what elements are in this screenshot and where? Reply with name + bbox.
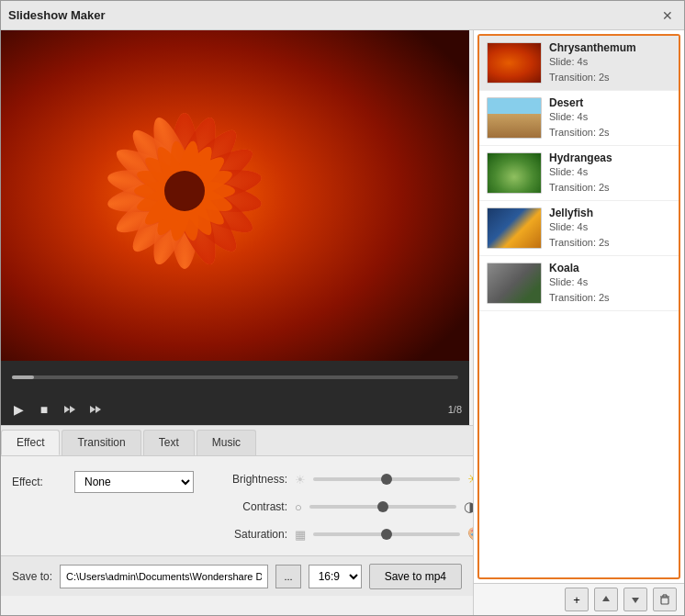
slide-item[interactable]: Desert Slide: 4s Transition: 2s	[479, 91, 679, 146]
progress-bar[interactable]	[12, 375, 458, 379]
add-slide-button[interactable]: +	[565, 588, 589, 611]
svg-point-31	[164, 171, 205, 211]
brightness-slider[interactable]	[313, 477, 460, 481]
stop-button[interactable]: ■	[34, 399, 54, 420]
slide-actions: +	[474, 583, 684, 615]
forward-button[interactable]	[85, 399, 106, 420]
video-area	[1, 30, 469, 361]
slide-thumbnail	[487, 97, 542, 139]
up-arrow-icon	[601, 594, 612, 605]
down-arrow-icon	[630, 594, 641, 605]
slide-transition: Transition: 2s	[549, 235, 671, 251]
contrast-slider[interactable]	[309, 505, 456, 509]
slide-name: Koala	[549, 262, 671, 274]
effect-section: Effect: None	[12, 469, 194, 498]
sliders-section: Brightness: ☀ ☀ 50 Contrast: ○ ◑	[221, 471, 516, 543]
brightness-label: Brightness:	[221, 473, 287, 486]
slide-duration: Slide: 4s	[549, 164, 671, 180]
slide-duration: Slide: 4s	[549, 219, 671, 235]
trash-icon	[659, 594, 670, 605]
main-window: Slideshow Maker ✕	[0, 0, 685, 616]
slide-name: Hydrangeas	[549, 151, 671, 164]
window-title: Slideshow Maker	[8, 8, 105, 22]
tab-text[interactable]: Text	[143, 430, 195, 455]
slide-transition: Transition: 2s	[549, 180, 671, 196]
video-preview	[1, 30, 469, 361]
tab-music[interactable]: Music	[197, 430, 256, 455]
contrast-label: Contrast:	[221, 500, 287, 513]
forward-icon	[88, 402, 103, 417]
slide-name: Jellyfish	[549, 207, 671, 219]
rewind-button[interactable]	[60, 399, 80, 420]
svg-rect-32	[661, 598, 668, 604]
saturation-slider[interactable]	[313, 532, 460, 536]
browse-button[interactable]: ...	[275, 565, 300, 588]
slide-item[interactable]: Jellyfish Slide: 4s Transition: 2s	[479, 201, 679, 256]
slide-transition: Transition: 2s	[549, 70, 671, 85]
title-bar: Slideshow Maker ✕	[1, 1, 684, 30]
effect-tab-content: Effect: None Brightness: ☀	[1, 456, 473, 555]
slide-duration: Slide: 4s	[549, 274, 671, 290]
save-mp4-button[interactable]: Save to mp4	[369, 564, 462, 589]
slide-name: Desert	[549, 96, 671, 109]
effect-label: Effect:	[12, 476, 67, 488]
slide-duration: Slide: 4s	[549, 109, 671, 125]
playback-controls	[1, 361, 469, 394]
slide-thumbnail	[487, 207, 542, 249]
brightness-icon-left: ☀	[295, 473, 306, 487]
close-button[interactable]: ✕	[658, 6, 677, 25]
save-to-label: Save to:	[12, 570, 52, 583]
slide-item[interactable]: Koala Slide: 4s Transition: 2s	[479, 256, 679, 311]
saturation-label: Saturation:	[221, 528, 287, 541]
slide-thumbnail	[487, 42, 542, 84]
rewind-icon	[62, 402, 77, 417]
slide-name: Chrysanthemum	[549, 41, 671, 54]
slide-info: Hydrangeas Slide: 4s Transition: 2s	[549, 151, 671, 195]
main-area: ▶ ■ 1/8 Effect Transition	[1, 30, 684, 615]
contrast-icon-left: ○	[295, 500, 302, 514]
slide-thumbnail	[487, 152, 542, 194]
slide-transition: Transition: 2s	[549, 125, 671, 140]
slide-list: Chrysanthemum Slide: 4s Transition: 2s D…	[477, 34, 680, 579]
slide-info: Chrysanthemum Slide: 4s Transition: 2s	[549, 41, 671, 84]
effect-select[interactable]: None	[74, 471, 194, 493]
effect-row: Effect: None	[12, 471, 194, 493]
tab-effect[interactable]: Effect	[1, 430, 60, 455]
slide-info: Jellyfish Slide: 4s Transition: 2s	[549, 207, 671, 250]
move-up-button[interactable]	[594, 588, 618, 611]
tabs-panel: Effect Transition Text Music Effect: Non…	[1, 425, 473, 555]
slide-info: Koala Slide: 4s Transition: 2s	[549, 262, 671, 305]
bottom-bar: Save to: ... 16:9 4:3 1:1 Save to mp4	[1, 555, 473, 596]
saturation-icon-left: ▦	[295, 528, 306, 542]
left-panel: ▶ ■ 1/8 Effect Transition	[1, 30, 473, 615]
slide-info: Desert Slide: 4s Transition: 2s	[549, 96, 671, 140]
contrast-row: Contrast: ○ ◑ 50	[221, 498, 516, 515]
slide-thumbnail	[487, 263, 542, 304]
time-counter: 1/8	[448, 404, 462, 415]
delete-slide-button[interactable]	[653, 588, 677, 611]
slide-item[interactable]: Chrysanthemum Slide: 4s Transition: 2s	[479, 36, 679, 91]
right-panel: Chrysanthemum Slide: 4s Transition: 2s D…	[473, 30, 684, 615]
slide-duration: Slide: 4s	[549, 54, 671, 70]
play-button[interactable]: ▶	[8, 399, 28, 420]
progress-fill	[12, 375, 34, 379]
save-path-input[interactable]	[60, 565, 268, 588]
saturation-row: Saturation: ▦ 🎨 50	[221, 526, 516, 543]
slide-transition: Transition: 2s	[549, 290, 671, 306]
controls-row: ▶ ■ 1/8	[1, 394, 469, 425]
slide-item[interactable]: Hydrangeas Slide: 4s Transition: 2s	[479, 146, 679, 201]
brightness-row: Brightness: ☀ ☀ 50	[221, 471, 516, 487]
tabs-row: Effect Transition Text Music	[1, 426, 473, 456]
tab-transition[interactable]: Transition	[62, 430, 140, 455]
move-down-button[interactable]	[623, 588, 647, 611]
ratio-select[interactable]: 16:9 4:3 1:1	[309, 565, 362, 588]
